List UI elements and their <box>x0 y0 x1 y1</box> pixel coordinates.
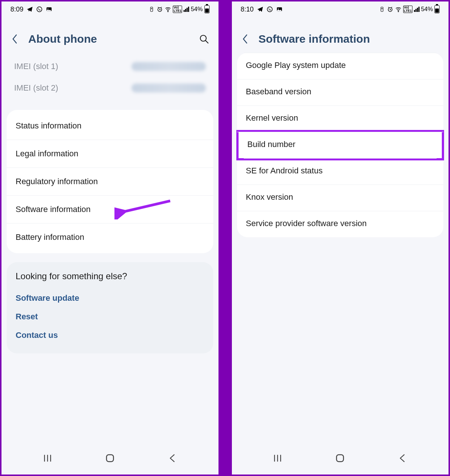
back-button[interactable] <box>10 35 19 43</box>
page-title: Software information <box>259 33 440 45</box>
svg-rect-3 <box>150 7 153 12</box>
telegram-icon <box>257 6 263 13</box>
item-google-play-update[interactable]: Google Play system update <box>237 53 444 79</box>
item-legal-information[interactable]: Legal information <box>7 140 213 168</box>
status-bar: 8:10 Vo)LTE1 54% <box>232 1 449 16</box>
item-status-information[interactable]: Status information <box>7 112 213 140</box>
link-reset[interactable]: Reset <box>16 307 204 326</box>
item-label: Battery information <box>16 232 84 242</box>
gallery-icon <box>276 6 283 13</box>
telegram-icon <box>26 6 33 13</box>
search-button[interactable] <box>198 33 210 45</box>
svg-point-5 <box>168 11 168 12</box>
annotation-arrow-icon <box>114 197 174 219</box>
item-regulatory-information[interactable]: Regulatory information <box>7 168 213 196</box>
svg-point-0 <box>37 7 42 12</box>
software-card: Google Play system update Baseband versi… <box>237 53 444 237</box>
svg-point-8 <box>267 7 272 12</box>
battery-percent: 54% <box>421 6 433 13</box>
status-left: 8:09 <box>10 6 52 13</box>
item-kernel-version[interactable]: Kernel version <box>237 106 444 132</box>
item-label: Regulatory information <box>16 177 98 186</box>
nav-back-button[interactable] <box>165 451 180 466</box>
status-right: Vo)LTE1 54% <box>148 5 209 13</box>
whatsapp-icon <box>266 6 273 13</box>
item-label: Knox version <box>246 192 293 202</box>
signal-icon <box>184 7 189 12</box>
page-header: Software information <box>232 16 449 53</box>
svg-rect-7 <box>106 455 113 462</box>
alarm-icon <box>387 6 394 13</box>
phone-right: 8:10 Vo)LTE1 54% <box>230 0 450 476</box>
item-label: Google Play system update <box>246 61 346 70</box>
nav-home-button[interactable] <box>333 451 347 466</box>
item-baseband-version[interactable]: Baseband version <box>237 79 444 106</box>
wifi-icon <box>165 6 171 13</box>
volte-icon: Vo)LTE1 <box>403 6 412 13</box>
svg-rect-11 <box>381 7 383 12</box>
page-header: About phone <box>1 16 218 53</box>
imei-group: IMEI (slot 1) IMEI (slot 2) <box>7 53 213 110</box>
item-service-provider-version[interactable]: Service provider software version <box>237 211 444 237</box>
status-time: 8:10 <box>241 6 254 13</box>
signal-icon <box>414 7 420 12</box>
item-label: Status information <box>16 121 81 130</box>
svg-point-2 <box>48 8 48 9</box>
svg-point-13 <box>398 11 399 12</box>
status-bar: 8:09 Vo)LTE1 54% <box>1 1 218 16</box>
nav-back-button[interactable] <box>395 451 410 466</box>
item-label: Build number <box>247 140 296 149</box>
item-label: Kernel version <box>246 113 298 123</box>
item-label: SE for Android status <box>246 166 323 175</box>
wifi-icon <box>395 6 402 13</box>
status-time: 8:09 <box>10 6 23 13</box>
phone-left: 8:09 Vo)LTE1 54% <box>0 0 220 476</box>
item-label: Baseband version <box>246 87 311 96</box>
nav-home-button[interactable] <box>103 451 117 466</box>
item-knox-version[interactable]: Knox version <box>237 185 444 211</box>
page-title: About phone <box>28 33 190 45</box>
battery-icon <box>434 5 440 13</box>
svg-point-10 <box>278 8 278 9</box>
status-left: 8:10 <box>241 6 283 13</box>
highlight-build-number: Build number <box>236 130 444 160</box>
alarm-icon <box>156 6 163 13</box>
item-label: Software information <box>16 205 91 214</box>
nav-bar <box>232 443 449 475</box>
volte-icon: Vo)LTE1 <box>173 6 182 13</box>
gallery-icon <box>46 6 52 13</box>
svg-rect-14 <box>337 455 344 462</box>
back-button[interactable] <box>241 35 250 43</box>
item-battery-information[interactable]: Battery information <box>7 224 213 251</box>
item-se-android-status[interactable]: SE for Android status <box>237 159 444 185</box>
link-contact-us[interactable]: Contact us <box>16 326 204 345</box>
nav-bar <box>1 443 218 475</box>
item-label: Legal information <box>16 149 78 158</box>
battery-percent: 54% <box>191 6 203 13</box>
imei-label: IMEI (slot 1) <box>14 62 58 71</box>
info-card: Status information Legal information Reg… <box>7 110 213 253</box>
item-software-information[interactable]: Software information <box>7 196 213 224</box>
imei-row[interactable]: IMEI (slot 1) <box>14 56 206 77</box>
looking-title: Looking for something else? <box>16 271 204 281</box>
battery-saver-icon <box>379 6 385 13</box>
link-software-update[interactable]: Software update <box>16 289 204 307</box>
nav-recents-button[interactable] <box>40 451 55 466</box>
imei-label: IMEI (slot 2) <box>14 83 58 93</box>
imei-value-redacted <box>132 62 206 71</box>
battery-icon <box>204 5 210 13</box>
status-right: Vo)LTE1 54% <box>379 5 440 13</box>
imei-value-redacted <box>132 84 206 92</box>
battery-saver-icon <box>148 6 155 13</box>
whatsapp-icon <box>36 6 43 13</box>
content-scroll[interactable]: IMEI (slot 1) IMEI (slot 2) Status infor… <box>1 53 218 443</box>
nav-recents-button[interactable] <box>270 451 285 466</box>
item-label: Service provider software version <box>246 219 367 228</box>
content-scroll[interactable]: Google Play system update Baseband versi… <box>232 53 449 443</box>
item-build-number[interactable]: Build number <box>239 132 442 158</box>
imei-row[interactable]: IMEI (slot 2) <box>14 77 206 99</box>
looking-card: Looking for something else? Software upd… <box>7 262 213 353</box>
